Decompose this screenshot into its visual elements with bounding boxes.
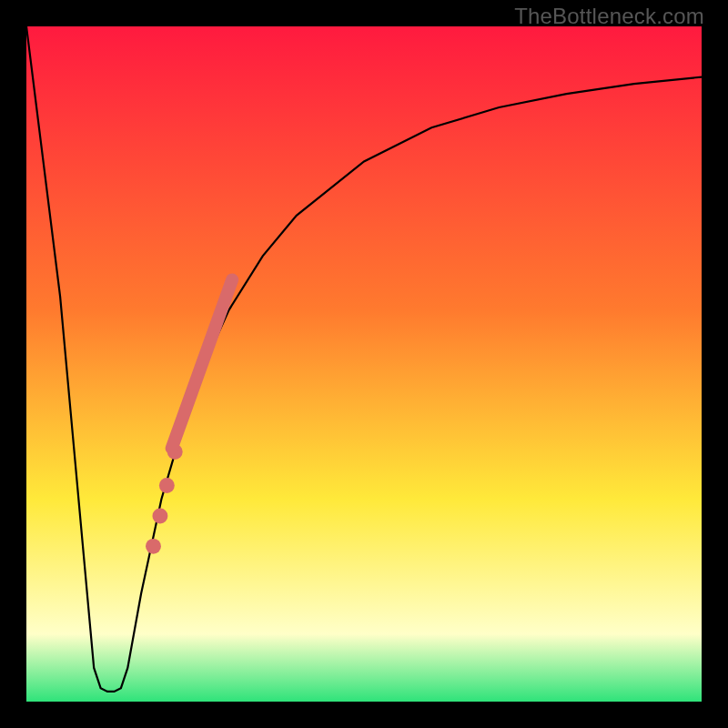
plot-svg <box>26 26 702 702</box>
data-point <box>159 478 175 493</box>
gradient-background <box>26 26 702 702</box>
watermark-text: TheBottleneck.com <box>514 4 704 29</box>
data-point <box>152 508 167 523</box>
plot-area <box>26 26 702 702</box>
chart-frame: TheBottleneck.com <box>0 0 728 728</box>
data-point <box>146 539 161 554</box>
